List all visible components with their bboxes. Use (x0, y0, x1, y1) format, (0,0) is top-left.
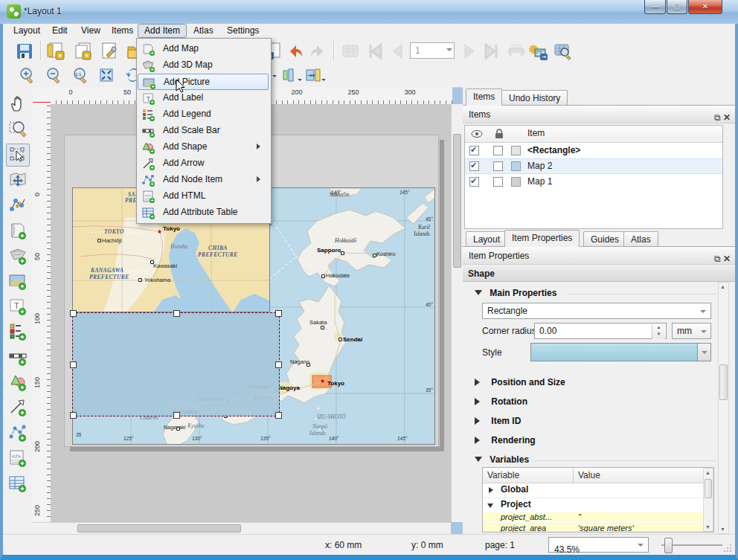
rectangle-item-selected[interactable] (72, 312, 280, 416)
undo-button[interactable] (284, 40, 307, 62)
zoom-slider-handle[interactable] (664, 538, 673, 553)
zoom-full-button[interactable] (97, 65, 116, 85)
menu-atlas[interactable]: Atlas (187, 24, 219, 38)
variable-row-project[interactable]: Project (483, 498, 713, 513)
close-panel-icon[interactable]: ✕ (723, 112, 731, 123)
float-panel-icon[interactable]: ⧉ (714, 254, 721, 264)
redo-button[interactable] (307, 40, 329, 62)
variable-row-project-area[interactable]: project_area 'square meters' (483, 523, 713, 532)
item-row-rectangle[interactable]: <Rectangle> (465, 143, 722, 158)
raise-items-dropdown-icon[interactable] (272, 75, 277, 80)
resize-grip[interactable] (723, 544, 732, 553)
zoom-level-combo[interactable]: 43.5% (548, 537, 649, 553)
variables-group-header[interactable]: Variables (475, 454, 529, 465)
variable-row-project-abstract[interactable]: project_abst... '' (483, 512, 713, 522)
tab-guides[interactable]: Guides (583, 231, 626, 247)
zoom-actual-size-button[interactable]: 1:1 (70, 65, 89, 85)
menu-settings[interactable]: Settings (221, 24, 265, 38)
atlas-first-feature-button[interactable] (363, 40, 385, 62)
main-properties-group-header[interactable]: Main Properties (475, 288, 556, 298)
float-panel-icon[interactable]: ⧉ (714, 112, 721, 123)
add-3d-map-tool-button[interactable] (6, 245, 30, 268)
move-item-content-tool-button[interactable] (6, 169, 30, 192)
atlas-next-feature-button[interactable] (459, 40, 481, 62)
add-html-tool-button[interactable]: </> (6, 447, 30, 470)
properties-panel-scrollbar[interactable]: ▲ ▼ (718, 282, 729, 534)
close-panel-icon[interactable]: ✕ (723, 254, 731, 264)
expand-triangle-icon[interactable] (489, 487, 496, 493)
menu-edit[interactable]: Edit (46, 24, 74, 38)
variables-table-scrollbar[interactable]: ▲ ▼ (703, 468, 713, 532)
menu-item-add-picture[interactable]: + Add Picture (138, 74, 269, 90)
resize-handle-sw[interactable] (70, 412, 77, 419)
align-dropdown-icon[interactable] (298, 79, 302, 83)
menu-add-item[interactable]: Add Item (138, 24, 187, 38)
align-items-button[interactable] (280, 65, 299, 85)
resize-handle-w[interactable] (70, 361, 77, 368)
collapse-triangle-icon[interactable] (487, 503, 493, 511)
atlas-previous-feature-button[interactable] (385, 40, 408, 62)
resize-handle-s[interactable] (173, 412, 180, 419)
pan-tool-button[interactable] (6, 93, 30, 116)
canvas-vertical-scrollbar[interactable] (451, 104, 463, 522)
distribute-dropdown-icon[interactable] (321, 79, 326, 83)
preview-atlas-button[interactable] (551, 40, 574, 62)
spin-buttons[interactable]: ▲▼ (652, 324, 665, 339)
menu-view[interactable]: View (75, 24, 106, 38)
lock-checkbox[interactable] (493, 177, 503, 187)
lock-checkbox[interactable] (493, 146, 503, 155)
item-label[interactable]: <Rectangle> (527, 145, 580, 155)
export-atlas-button[interactable]: ⇥ (527, 40, 550, 62)
corner-radius-unit-combo[interactable]: mm (672, 323, 711, 339)
visibility-checkbox[interactable] (469, 161, 479, 171)
menu-item-add-label[interactable]: T+ Add Label (138, 90, 269, 106)
rotation-group-header[interactable]: Rotation (475, 396, 527, 407)
add-shape-tool-button[interactable] (6, 371, 30, 394)
zoom-out-button[interactable] (43, 65, 62, 85)
minimize-button[interactable]: — (644, 0, 666, 14)
atlas-last-feature-button[interactable] (481, 40, 504, 62)
menu-item-add-scale-bar[interactable]: + Add Scale Bar (138, 123, 269, 139)
menu-item-add-legend[interactable]: + Add Legend (138, 106, 269, 123)
atlas-feature-combo[interactable]: 1 (410, 42, 455, 59)
item-row-map2[interactable]: Map 2 (465, 158, 722, 174)
atlas-settings-button[interactable] (339, 40, 362, 62)
tab-item-properties[interactable]: Item Properties (504, 230, 580, 247)
position-size-group-header[interactable]: Position and Size (475, 377, 565, 387)
resize-handle-n[interactable] (173, 310, 180, 317)
canvas-horizontal-scrollbar[interactable] (33, 522, 451, 534)
zoom-in-button[interactable] (16, 65, 36, 85)
add-attribute-table-tool-button[interactable] (6, 472, 30, 495)
resize-handle-ne[interactable] (275, 310, 282, 317)
duplicate-layout-button[interactable]: ✶ (71, 40, 94, 62)
tab-atlas[interactable]: Atlas (623, 231, 658, 247)
edit-nodes-tool-button[interactable] (6, 194, 30, 217)
add-map-tool-button[interactable] (6, 219, 30, 242)
item-id-group-header[interactable]: Item ID (475, 416, 521, 426)
save-project-button[interactable] (13, 40, 36, 62)
add-legend-tool-button[interactable] (6, 321, 30, 344)
resize-handle-nw[interactable] (70, 310, 77, 317)
add-node-item-tool-button[interactable] (6, 422, 30, 445)
style-color-button[interactable] (530, 343, 711, 361)
visibility-checkbox[interactable] (469, 177, 479, 187)
visibility-checkbox[interactable] (469, 146, 479, 155)
new-layout-button[interactable]: ✶ (45, 40, 67, 62)
maximize-button[interactable]: ▢ (667, 0, 687, 14)
item-row-map1[interactable]: Map 1 (465, 174, 722, 190)
menu-layout[interactable]: Layout (7, 24, 46, 38)
item-label[interactable]: Map 2 (527, 161, 552, 171)
shape-type-combo[interactable]: Rectangle (482, 303, 711, 319)
menu-item-add-node-item[interactable]: + Add Node Item (138, 172, 269, 188)
add-arrow-tool-button[interactable] (6, 396, 30, 419)
distribute-items-button[interactable]: ⇥⇤ (304, 65, 323, 85)
print-atlas-button[interactable] (505, 40, 527, 62)
corner-radius-spinbox[interactable]: 0.00 ▲▼ (534, 323, 667, 339)
style-dropdown-zone[interactable] (697, 344, 710, 361)
select-move-item-tool-button[interactable] (6, 144, 30, 167)
menu-item-add-map[interactable]: + Add Map (138, 41, 269, 57)
item-label[interactable]: Map 1 (527, 176, 552, 187)
resize-handle-e[interactable] (275, 361, 282, 368)
menu-item-add-attribute-table[interactable]: + Add Attribute Table (138, 205, 269, 221)
title-bar[interactable]: *Layout 1 — ▢ ✕ (0, 0, 738, 24)
